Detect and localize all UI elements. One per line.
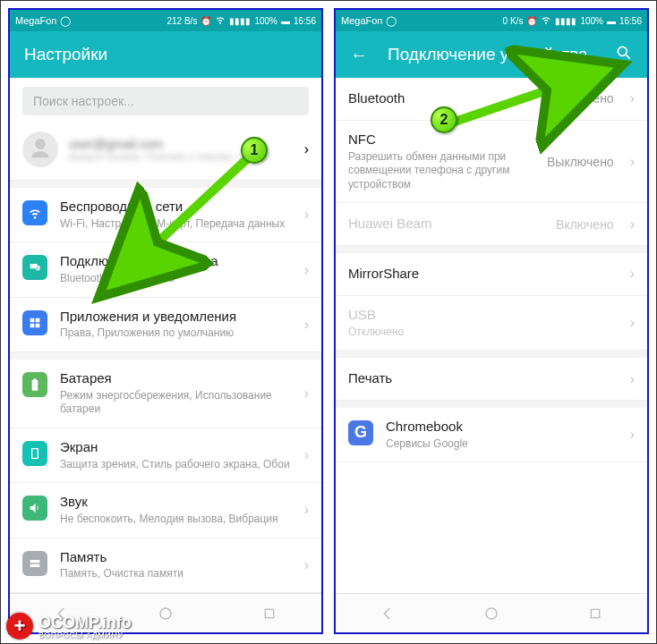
item-title: Беспроводные сети — [60, 199, 292, 216]
chevron-right-icon: › — [630, 427, 635, 443]
svg-point-2 — [618, 47, 627, 55]
page-title: Подключение устройства — [388, 45, 615, 64]
battery-icon: ▬ — [281, 16, 290, 26]
item-bluetooth[interactable]: Bluetooth Выключено › — [336, 78, 647, 121]
item-mirrorshare[interactable]: MirrorShare › — [336, 253, 647, 296]
item-chromebook[interactable]: G Chromebook Сервисы Google › — [336, 408, 647, 462]
wifi-icon — [215, 14, 226, 27]
nav-recent[interactable] — [586, 605, 604, 623]
battery-pct: 100% — [254, 16, 277, 26]
item-sub: Не беспокоить, Мелодия вызова, Вибрация — [60, 513, 292, 527]
item-title: Звук — [60, 494, 292, 511]
item-title: Chromebook — [386, 419, 618, 436]
item-title: USB — [348, 307, 618, 324]
item-value: Включено — [556, 217, 614, 232]
item-sub: Сервисы Google — [386, 437, 618, 452]
status-bar: MegaFon ◯ 212 B/s ⏰ ▮▮▮▮ 100% ▬ 16:56 — [10, 10, 321, 31]
carrier-ring-icon: ◯ — [60, 15, 71, 27]
chevron-right-icon: › — [304, 557, 309, 573]
item-sub: Bluetooth, NFC, Печать — [60, 272, 292, 286]
nav-home[interactable] — [157, 605, 175, 623]
net-speed: 212 B/s — [166, 16, 197, 26]
chevron-right-icon: › — [630, 154, 635, 170]
chevron-right-icon: › — [304, 317, 309, 333]
item-huawei-beam: Huawei Beam Включено › — [336, 203, 647, 246]
item-storage[interactable]: Память Память, Очистка памяти › — [10, 538, 321, 593]
devices-icon — [22, 255, 47, 280]
item-sub: Wi-Fi, Настройки SIM-карт, Передача данн… — [60, 217, 292, 232]
chevron-right-icon: › — [630, 371, 635, 387]
chevron-right-icon: › — [304, 502, 309, 518]
item-value: Выключено — [547, 155, 614, 169]
chevron-right-icon: › — [304, 262, 309, 278]
nav-back[interactable] — [53, 605, 71, 623]
item-sub: Отключено — [348, 326, 618, 340]
item-device-connection[interactable]: Подключение устройства Bluetooth, NFC, П… — [10, 242, 321, 297]
item-nfc[interactable]: NFC Разрешить обмен данными при совмещен… — [336, 121, 647, 204]
wifi-icon — [541, 14, 551, 27]
item-sub: Права, Приложения по умолчанию — [60, 326, 292, 341]
alarm-icon: ⏰ — [526, 16, 537, 26]
chevron-right-icon: › — [304, 447, 309, 463]
carrier-ring-icon: ◯ — [386, 15, 397, 27]
nav-recent[interactable] — [260, 605, 278, 623]
account-info: user@gmail.com Аккаунт Huawei. Платежи и… — [69, 137, 294, 162]
nav-back[interactable] — [379, 605, 397, 623]
item-display[interactable]: Экран Защита зрения, Стиль рабочего экра… — [10, 428, 321, 483]
apps-icon — [22, 310, 47, 335]
item-title: Память — [60, 549, 292, 566]
item-sub: Разрешить обмен данными при совмещении т… — [348, 150, 534, 192]
sound-icon — [22, 496, 47, 521]
item-sub: Память, Очистка памяти — [60, 567, 292, 581]
item-battery[interactable]: Батарея Режим энергосбережения, Использо… — [10, 360, 321, 428]
device-connection-header: ← Подключение устройства — [336, 31, 647, 78]
display-icon — [22, 441, 47, 466]
chevron-right-icon: › — [630, 315, 635, 331]
nav-bar — [10, 593, 321, 632]
storage-icon — [22, 551, 47, 576]
google-g-icon: G — [348, 420, 373, 445]
svg-rect-4 — [591, 609, 599, 617]
settings-header: Настройки — [10, 31, 321, 78]
settings-search[interactable]: Поиск настроек... — [22, 87, 309, 115]
clock: 16:56 — [294, 16, 316, 26]
avatar-icon — [22, 131, 58, 167]
item-title: Приложения и уведомления — [60, 309, 292, 326]
carrier: MegaFon — [15, 15, 56, 26]
item-apps-notifications[interactable]: Приложения и уведомления Права, Приложен… — [10, 298, 321, 352]
item-sound[interactable]: Звук Не беспокоить, Мелодия вызова, Вибр… — [10, 483, 321, 538]
wifi-icon — [22, 200, 47, 225]
item-wireless[interactable]: Беспроводные сети Wi-Fi, Настройки SIM-к… — [10, 188, 321, 242]
item-print[interactable]: Печать › — [336, 358, 647, 401]
page-title: Настройки — [24, 45, 307, 64]
clock: 16:56 — [619, 16, 642, 26]
item-title: Экран — [60, 439, 292, 456]
item-title: Подключение устройства — [60, 253, 292, 270]
account-row[interactable]: user@gmail.com Аккаунт Huawei. Платежи и… — [10, 124, 321, 181]
connection-list: Bluetooth Выключено › NFC Разрешить обме… — [336, 78, 647, 593]
nav-home[interactable] — [482, 605, 500, 623]
signal-icon: ▮▮▮▮ — [555, 16, 576, 26]
svg-point-3 — [486, 608, 497, 619]
chevron-right-icon: › — [304, 386, 309, 402]
chevron-right-icon: › — [630, 90, 635, 106]
signal-icon: ▮▮▮▮ — [229, 16, 251, 26]
chevron-right-icon: › — [630, 216, 635, 233]
item-title: NFC — [348, 131, 534, 148]
item-title: Батарея — [60, 370, 292, 387]
back-button[interactable]: ← — [350, 45, 368, 65]
battery-icon — [22, 372, 47, 397]
svg-point-0 — [160, 608, 171, 619]
battery-pct: 100% — [580, 16, 603, 26]
nav-bar — [336, 593, 647, 632]
chevron-right-icon: › — [304, 141, 309, 157]
status-bar: MegaFon ◯ 0 K/s ⏰ ▮▮▮▮ 100% ▬ 16:56 — [336, 10, 647, 31]
item-usb: USB Отключено › — [336, 296, 647, 351]
search-icon[interactable] — [615, 44, 633, 66]
alarm-icon: ⏰ — [201, 16, 211, 26]
battery-icon: ▬ — [607, 16, 616, 26]
item-title: MirrorShare — [348, 266, 618, 283]
net-speed: 0 K/s — [503, 16, 524, 26]
svg-rect-1 — [265, 609, 273, 617]
phone-left: MegaFon ◯ 212 B/s ⏰ ▮▮▮▮ 100% ▬ 16:56 На… — [8, 8, 323, 634]
